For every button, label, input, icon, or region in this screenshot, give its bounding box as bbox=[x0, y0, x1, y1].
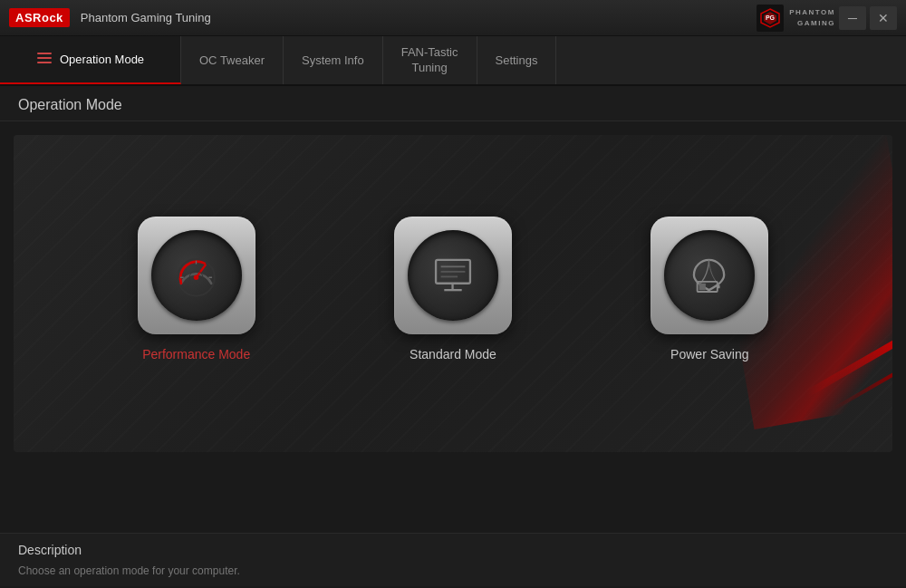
monitor-icon bbox=[426, 248, 480, 303]
performance-mode-label: Performance Mode bbox=[142, 347, 250, 361]
main-content: Performance Mode bbox=[0, 121, 906, 586]
page-header: Operation Mode bbox=[0, 86, 906, 121]
svg-rect-3 bbox=[37, 57, 52, 59]
description-text: Choose an operation mode for your comput… bbox=[18, 564, 888, 577]
phantom-gaming-text: PHANTOMGAMING bbox=[789, 7, 835, 27]
tab-operation-mode-label: Operation Mode bbox=[60, 53, 144, 66]
tab-settings-label: Settings bbox=[496, 53, 538, 67]
page-title: Operation Mode bbox=[18, 97, 888, 113]
tab-system-info[interactable]: System Info bbox=[284, 36, 383, 84]
navbar: Operation Mode OC Tweaker System Info FA… bbox=[0, 36, 906, 86]
red-accent-2 bbox=[832, 371, 892, 410]
mode-container: Performance Mode bbox=[14, 135, 892, 452]
svg-rect-4 bbox=[37, 62, 52, 63]
titlebar-right: PG PHANTOMGAMING ─ ✕ bbox=[757, 5, 897, 32]
operation-mode-icon bbox=[36, 50, 53, 70]
performance-mode-icon-wrapper bbox=[138, 217, 255, 334]
description-title: Description bbox=[18, 543, 888, 557]
tab-fan-tastic-label: FAN-TasticTuning bbox=[401, 45, 458, 76]
phantom-gaming-logo: PG PHANTOMGAMING bbox=[757, 5, 835, 32]
svg-rect-19 bbox=[718, 285, 720, 289]
power-saving-icon bbox=[682, 248, 737, 303]
titlebar-left: ASRock Phantom Gaming Tuning bbox=[9, 8, 211, 27]
standard-mode-button[interactable]: Standard Mode bbox=[394, 217, 512, 361]
tab-settings[interactable]: Settings bbox=[477, 36, 557, 84]
minimize-button[interactable]: ─ bbox=[839, 6, 866, 30]
tab-system-info-label: System Info bbox=[302, 53, 364, 67]
tab-oc-tweaker-label: OC Tweaker bbox=[199, 53, 265, 67]
red-accent-1 bbox=[805, 337, 892, 398]
tab-operation-mode[interactable]: Operation Mode bbox=[0, 36, 181, 84]
app-title: Phantom Gaming Tuning bbox=[81, 11, 211, 24]
asrock-logo: ASRock bbox=[9, 8, 70, 27]
tab-fan-tastic[interactable]: FAN-TasticTuning bbox=[383, 36, 477, 84]
svg-text:PG: PG bbox=[766, 14, 776, 21]
svg-rect-20 bbox=[699, 284, 706, 290]
standard-mode-label: Standard Mode bbox=[410, 347, 496, 361]
performance-mode-button[interactable]: Performance Mode bbox=[138, 217, 255, 361]
close-button[interactable]: ✕ bbox=[870, 6, 897, 30]
phantom-gaming-icon: PG bbox=[757, 5, 784, 32]
power-saving-icon-inner bbox=[664, 230, 755, 321]
standard-mode-icon-wrapper bbox=[394, 217, 512, 334]
description-area: Description Choose an operation mode for… bbox=[0, 533, 906, 586]
power-saving-button[interactable]: Power Saving bbox=[651, 217, 768, 361]
svg-rect-2 bbox=[37, 53, 52, 54]
performance-mode-icon-inner bbox=[151, 230, 242, 321]
power-saving-label: Power Saving bbox=[670, 347, 748, 361]
titlebar: ASRock Phantom Gaming Tuning PG PHANTOMG… bbox=[0, 0, 906, 36]
svg-point-10 bbox=[193, 275, 198, 281]
power-saving-icon-wrapper bbox=[651, 217, 768, 334]
tab-oc-tweaker[interactable]: OC Tweaker bbox=[181, 36, 284, 84]
speedometer-icon bbox=[169, 248, 224, 303]
standard-mode-icon-inner bbox=[408, 230, 498, 321]
